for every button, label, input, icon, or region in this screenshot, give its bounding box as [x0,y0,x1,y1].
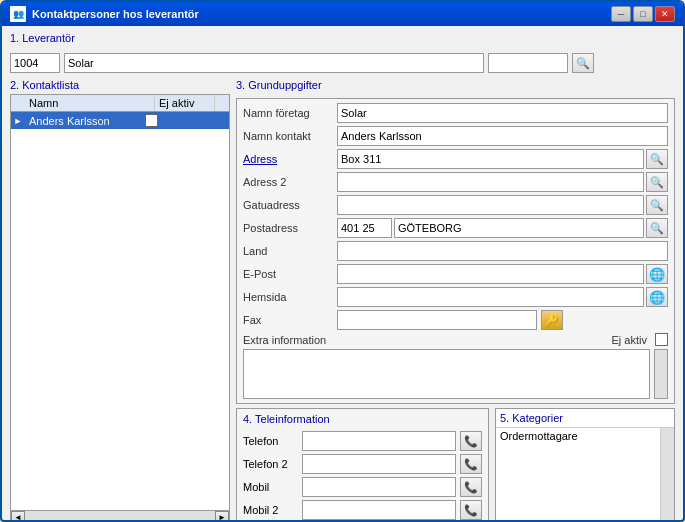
telefon2-input[interactable] [302,454,456,474]
horizontal-scrollbar[interactable]: ◄ ► [11,510,229,522]
window-controls: ─ □ ✕ [611,6,675,22]
scroll-track [25,512,215,523]
namn-foretag-label: Namn företag [243,107,333,119]
adress-input[interactable] [337,149,644,169]
telefon2-row: Telefon 2 📞 [243,454,482,474]
adress2-search-button[interactable]: 🔍 [646,172,668,192]
hemsida-search-button[interactable]: 🌐 [646,287,668,307]
extra-info-textarea[interactable] [243,349,650,399]
globe-icon: 🌐 [649,290,665,305]
hemsida-input[interactable] [337,287,644,307]
postadress-label: Postadress [243,222,333,234]
left-panel: 2. Kontaktlista Namn Ej aktiv ► Anders K… [10,79,230,522]
epost-input[interactable] [337,264,644,284]
maximize-button[interactable]: □ [633,6,653,22]
telefon2-label: Telefon 2 [243,458,298,470]
search-icon: 🔍 [650,176,664,189]
adress-label[interactable]: Adress [243,153,333,165]
gatuadress-search-button[interactable]: 🔍 [646,195,668,215]
mobil-input[interactable] [302,477,456,497]
mobil2-row: Mobil 2 📞 [243,500,482,520]
fax-row: Fax 🔑 [243,310,668,330]
grunduppgifter-form: Namn företag Namn kontakt Adress [236,98,675,404]
search-icon: 🔍 [576,57,590,70]
globe-icon: 🌐 [649,267,665,282]
contact-active-cell [141,112,191,129]
mobil2-btn[interactable]: 📞 [460,500,482,520]
active-checkbox[interactable] [145,114,158,127]
postadress-input-group: 🔍 [337,218,668,238]
adress-input-group: 🔍 [337,149,668,169]
postalcode-input[interactable] [337,218,392,238]
list-item[interactable]: Ordermottagare [500,430,656,442]
scroll-right-button[interactable]: ► [215,511,229,523]
search-icon: 🔍 [650,222,664,235]
telefon-btn[interactable]: 📞 [460,431,482,451]
leverantor-id-input[interactable] [10,53,60,73]
contact-list: Namn Ej aktiv ► Anders Karlsson [10,94,230,522]
telefon-input[interactable] [302,431,456,451]
telefon2-btn[interactable]: 📞 [460,454,482,474]
content-area: 1. Leverantör 🔍 2. Kontaktlista Namn Ej … [2,26,683,522]
leverantor-extra-input[interactable] [488,53,568,73]
minimize-button[interactable]: ─ [611,6,631,22]
window-icon: 👥 [10,6,26,22]
bottom-panels: 4. Teleinformation Telefon 📞 Telefon 2 [236,408,675,522]
fax-input[interactable] [337,310,537,330]
section3-label[interactable]: 3. Grunduppgifter [236,79,675,91]
namn-foretag-row: Namn företag [243,103,668,123]
row-arrow: ► [11,116,25,126]
window-title: Kontaktpersoner hos leverantör [32,8,199,20]
mobil2-input[interactable] [302,500,456,520]
ej-aktiv-checkbox[interactable] [655,333,668,346]
city-input[interactable] [394,218,644,238]
kategorier-list: Ordermottagare [496,428,660,522]
right-panel: 3. Grunduppgifter Namn företag Namn kont… [236,79,675,522]
namn-foretag-input[interactable] [337,103,668,123]
section2-label[interactable]: 2. Kontaktlista [10,79,230,91]
epost-search-button[interactable]: 🌐 [646,264,668,284]
mobil-btn[interactable]: 📞 [460,477,482,497]
mobil2-label: Mobil 2 [243,504,298,516]
adress-search-button[interactable]: 🔍 [646,149,668,169]
section5-label[interactable]: 5. Kategorier [496,409,674,428]
postadress-search-button[interactable]: 🔍 [646,218,668,238]
gatuadress-row: Gatuadress 🔍 [243,195,668,215]
section4-label[interactable]: 4. Teleinformation [243,413,482,425]
leverantor-section: 1. Leverantör [10,32,675,47]
col-name: Namn [25,95,155,111]
scroll-left-button[interactable]: ◄ [11,511,25,523]
epost-label: E-Post [243,268,333,280]
adress2-input[interactable] [337,172,644,192]
epost-row: E-Post 🌐 [243,264,668,284]
kategorier-scrollbar[interactable] [660,428,674,522]
epost-input-group: 🌐 [337,264,668,284]
section1-label[interactable]: 1. Leverantör [10,32,75,44]
fax-search-button[interactable]: 🔑 [541,310,563,330]
leverantor-name-input[interactable] [64,53,484,73]
hemsida-label: Hemsida [243,291,333,303]
close-button[interactable]: ✕ [655,6,675,22]
gatuadress-input[interactable] [337,195,644,215]
list-item[interactable]: ► Anders Karlsson [11,112,229,129]
list-header: Namn Ej aktiv [11,95,229,112]
land-label: Land [243,245,333,257]
namn-kontakt-label: Namn kontakt [243,130,333,142]
phone-icon: 📞 [464,458,478,471]
phone-icon: 📞 [464,504,478,517]
hemsida-row: Hemsida 🌐 [243,287,668,307]
main-window: 👥 Kontaktpersoner hos leverantör ─ □ ✕ 1… [0,0,685,522]
telefon-row: Telefon 📞 [243,431,482,451]
leverantor-search-button[interactable]: 🔍 [572,53,594,73]
mobil-label: Mobil [243,481,298,493]
leverantor-row: 🔍 [10,53,675,73]
gatuadress-input-group: 🔍 [337,195,668,215]
adress2-input-group: 🔍 [337,172,668,192]
adress2-label: Adress 2 [243,176,333,188]
main-panels: 2. Kontaktlista Namn Ej aktiv ► Anders K… [10,79,675,522]
gatuadress-label: Gatuadress [243,199,333,211]
land-input[interactable] [337,241,668,261]
phone-icon: 📞 [464,481,478,494]
extra-textarea-scrollbar[interactable] [654,349,668,399]
namn-kontakt-input[interactable] [337,126,668,146]
